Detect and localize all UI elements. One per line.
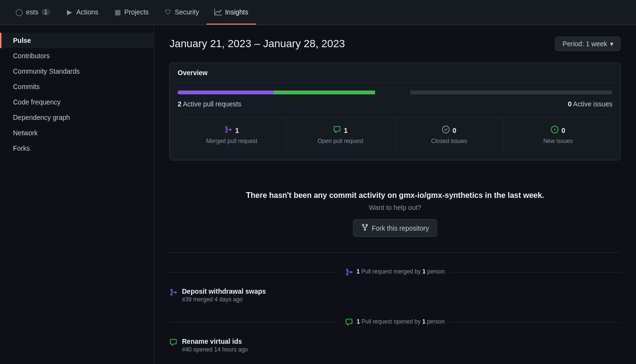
insights-icon — [214, 8, 222, 16]
nav-label-security: Security — [175, 8, 199, 16]
merged-icon — [224, 126, 232, 135]
sidebar-label-code-frequency: Code frequency — [13, 98, 61, 106]
overview-header: Overview — [170, 63, 620, 83]
closed-issues-icon — [442, 126, 450, 135]
main-layout: Pulse Contributors Community Standards C… — [0, 25, 636, 364]
commit-activity-sub: Want to help out? — [169, 204, 621, 211]
sidebar-item-dependency-graph[interactable]: Dependency graph — [0, 110, 154, 125]
pr-merged-section: 1 Pull request merged by 1 person Deposi… — [169, 268, 621, 307]
stat-closed-issues: 0 Closed issues — [395, 118, 504, 152]
sidebar: Pulse Contributors Community Standards C… — [0, 25, 154, 364]
merged-pr-label: Merged pull request — [185, 138, 278, 144]
pr-item-opened: Rename virtual ids #40 opened 14 hours a… — [169, 334, 621, 357]
pr-opened-label: Pull request opened by — [362, 318, 422, 325]
sidebar-item-contributors[interactable]: Contributors — [0, 48, 154, 64]
pr-opened-item-icon — [169, 338, 177, 348]
page-title: January 21, 2023 – January 28, 2023 — [169, 38, 345, 50]
pr-item-opened-details: Rename virtual ids #40 opened 14 hours a… — [182, 338, 248, 353]
fork-icon — [361, 223, 369, 233]
pr-merged-line-left — [169, 272, 339, 273]
pr-merged-line-right — [451, 272, 621, 273]
pr-opened-count: 1 — [357, 318, 360, 325]
pr-merged-header: 1 Pull request merged by 1 person — [169, 268, 621, 276]
closed-issues-label: Closed issues — [403, 138, 496, 144]
nav-item-projects[interactable]: ▦ Projects — [106, 0, 156, 25]
sidebar-label-network: Network — [13, 129, 38, 137]
sidebar-item-community[interactable]: Community Standards — [0, 64, 154, 79]
active-pr-text: Active pull requests — [183, 100, 241, 108]
pr-opened-line-right — [451, 322, 621, 323]
pr-item-merged: Deposit withdrawal swaps #39 merged 4 da… — [169, 284, 621, 307]
active-issues-text: Active issues — [573, 100, 612, 108]
pr-bar-green — [274, 91, 375, 94]
pr-opened-header: 1 Pull request opened by 1 person — [169, 318, 621, 326]
pr-bar-gray — [410, 91, 612, 94]
sidebar-label-pulse: Pulse — [13, 37, 31, 44]
content-area: January 21, 2023 – January 28, 2023 Peri… — [154, 25, 636, 364]
active-pr-label: 2 Active pull requests — [178, 100, 241, 108]
overview-card: Overview 2 Active pull requests 0 — [169, 63, 621, 160]
projects-icon: ▦ — [114, 8, 121, 16]
fork-button-label: Fork this repository — [372, 224, 429, 232]
pr-merged-by-count: 1 — [422, 268, 426, 275]
nav-item-actions[interactable]: ▶ Actions — [58, 0, 106, 25]
active-issues-count: 0 — [568, 100, 571, 108]
sidebar-label-commits: Commits — [13, 83, 39, 91]
overview-body: 2 Active pull requests 0 Active issues — [170, 83, 620, 160]
pr-opened-text: 1 Pull request opened by 1 person — [345, 318, 444, 326]
open-pr-icon — [333, 126, 341, 135]
nav-label-actions: Actions — [76, 8, 98, 16]
pr-merged-meta: #39 merged 4 days ago — [182, 296, 266, 303]
sidebar-item-code-frequency[interactable]: Code frequency — [0, 94, 154, 110]
sidebar-label-forks: Forks — [13, 144, 30, 152]
merged-pr-count: 1 — [185, 126, 278, 135]
sidebar-item-network[interactable]: Network — [0, 125, 154, 141]
pr-merged-by-label: person — [427, 268, 445, 275]
nav-item-insights[interactable]: Insights — [207, 0, 256, 25]
sidebar-label-contributors: Contributors — [13, 52, 50, 60]
pr-bar-purple — [178, 91, 274, 94]
top-nav: ◯ ests 1 ▶ Actions ▦ Projects 🛡 Security… — [0, 0, 636, 25]
sidebar-label-dependency-graph: Dependency graph — [13, 114, 70, 121]
nav-label-insights: Insights — [225, 8, 248, 16]
active-issues-label: 0 Active issues — [568, 100, 612, 108]
actions-icon: ▶ — [65, 8, 73, 16]
pr-opened-line-left — [169, 322, 339, 323]
pr-merged-item-icon — [169, 288, 177, 298]
open-pr-label: Open pull request — [294, 138, 387, 144]
pr-opened-title: Rename virtual ids — [182, 338, 248, 345]
pr-labels: 2 Active pull requests 0 Active issues — [178, 100, 612, 108]
new-issues-label: New issues — [511, 138, 605, 144]
stat-open-pr: 1 Open pull request — [286, 118, 395, 152]
period-button[interactable]: Period: 1 week ▾ — [555, 37, 621, 51]
pr-merged-count: 1 — [356, 268, 360, 275]
nav-item-security[interactable]: 🛡 Security — [156, 0, 207, 25]
new-issues-icon — [551, 126, 558, 135]
new-issues-count: 0 — [511, 126, 605, 135]
pr-opened-by-label: person — [427, 318, 445, 325]
closed-issues-count: 0 — [403, 126, 496, 135]
pr-opened-meta: #40 opened 14 hours ago — [182, 346, 248, 353]
sidebar-label-community: Community Standards — [13, 67, 80, 75]
pr-merged-title: Deposit withdrawal swaps — [182, 287, 266, 295]
sidebar-item-pulse[interactable]: Pulse — [0, 33, 154, 48]
pr-opened-by-count: 1 — [422, 318, 426, 325]
stat-new-issues: 0 New issues — [504, 118, 612, 152]
pr-opened-section: 1 Pull request opened by 1 person Rename… — [169, 318, 621, 357]
stats-grid: 1 Merged pull request 1 Open pull reques… — [178, 117, 612, 152]
requests-icon: ◯ — [15, 8, 23, 16]
pr-item-merged-details: Deposit withdrawal swaps #39 merged 4 da… — [182, 287, 266, 303]
period-label: Period: 1 week — [562, 40, 607, 48]
active-pr-count: 2 — [178, 100, 182, 108]
fork-repository-button[interactable]: Fork this repository — [353, 219, 437, 237]
content-header: January 21, 2023 – January 28, 2023 Peri… — [169, 37, 621, 51]
security-icon: 🛡 — [164, 8, 172, 16]
sidebar-item-forks[interactable]: Forks — [0, 141, 154, 156]
commit-activity-section: There hasn't been any commit activity on… — [169, 176, 621, 253]
nav-label-requests: ests — [26, 8, 39, 16]
progress-bars — [178, 91, 612, 94]
chevron-down-icon: ▾ — [610, 40, 613, 48]
nav-label-projects: Projects — [124, 8, 149, 16]
nav-item-requests[interactable]: ◯ ests 1 — [8, 0, 58, 25]
sidebar-item-commits[interactable]: Commits — [0, 79, 154, 94]
